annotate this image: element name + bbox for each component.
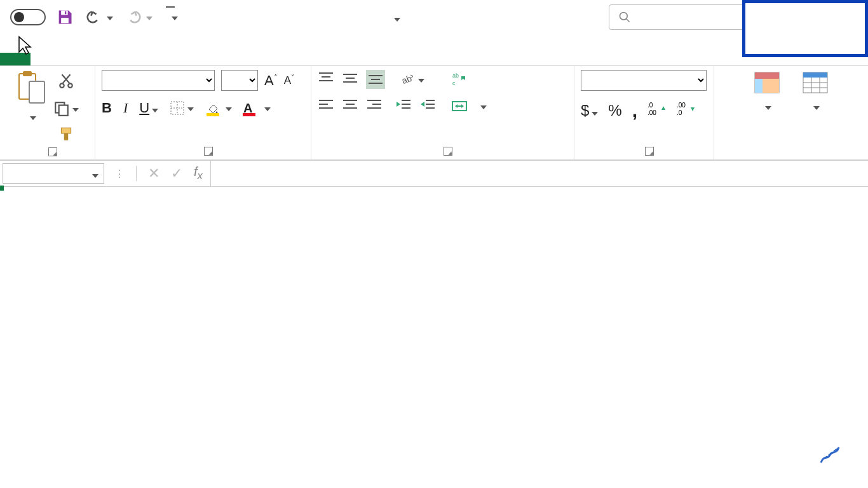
formula-input[interactable] bbox=[210, 161, 868, 186]
svg-text:.00: .00 bbox=[648, 109, 656, 116]
redo-button[interactable] bbox=[125, 8, 153, 26]
conditional-formatting-button[interactable] bbox=[752, 70, 782, 113]
dialog-launcher-icon[interactable] bbox=[645, 147, 654, 156]
align-center-icon[interactable] bbox=[342, 98, 358, 114]
ribbon-tabs bbox=[0, 34, 868, 66]
chevron-down-icon[interactable] bbox=[70, 103, 79, 114]
fill-color-button[interactable] bbox=[205, 100, 232, 116]
italic-button[interactable]: I bbox=[123, 100, 128, 116]
align-left-icon[interactable] bbox=[318, 98, 334, 114]
chevron-down-icon[interactable] bbox=[27, 111, 36, 123]
autosave-toggle[interactable] bbox=[10, 9, 46, 25]
svg-text:.0: .0 bbox=[648, 102, 653, 109]
enter-icon[interactable]: ✓ bbox=[171, 165, 182, 182]
font-name-select[interactable] bbox=[102, 70, 215, 91]
chevron-down-icon[interactable] bbox=[144, 11, 153, 23]
format-painter-icon[interactable] bbox=[58, 126, 74, 145]
autosave-control[interactable] bbox=[5, 9, 46, 25]
worksheet[interactable] bbox=[0, 187, 868, 488]
svg-line-4 bbox=[627, 19, 630, 22]
svg-text:.00: .00 bbox=[677, 102, 686, 109]
svg-text:.0: .0 bbox=[677, 109, 682, 116]
bold-button[interactable]: B bbox=[102, 100, 112, 116]
ribbon: A˄ A˅ B I U A ab abc bbox=[0, 66, 868, 160]
svg-text:ab: ab bbox=[452, 72, 459, 79]
name-box[interactable] bbox=[3, 163, 104, 184]
svg-point-9 bbox=[60, 83, 64, 88]
svg-marker-42 bbox=[397, 102, 400, 107]
format-as-table-button[interactable] bbox=[801, 70, 830, 113]
cancel-icon[interactable]: ✕ bbox=[148, 165, 159, 182]
align-bottom-icon[interactable] bbox=[366, 70, 385, 89]
align-middle-icon[interactable] bbox=[342, 71, 358, 88]
toggle-knob bbox=[14, 12, 24, 22]
svg-rect-1 bbox=[61, 18, 69, 23]
underline-button[interactable]: U bbox=[139, 100, 158, 116]
dialog-launcher-icon[interactable] bbox=[48, 147, 57, 156]
cell-selection bbox=[0, 187, 3, 189]
percent-button[interactable]: % bbox=[608, 102, 621, 119]
font-color-button[interactable]: A bbox=[243, 100, 270, 116]
svg-rect-12 bbox=[58, 105, 67, 116]
svg-text:c: c bbox=[452, 80, 456, 86]
paste-button[interactable] bbox=[17, 70, 47, 123]
borders-button[interactable] bbox=[170, 100, 194, 116]
group-number: $ % , .0.00 .00.0 bbox=[574, 66, 714, 159]
svg-rect-0 bbox=[61, 11, 68, 15]
increase-indent-icon[interactable] bbox=[419, 98, 436, 114]
orientation-button[interactable]: ab bbox=[399, 71, 424, 88]
copy-icon[interactable] bbox=[53, 100, 79, 117]
group-font: A˄ A˅ B I U A bbox=[95, 66, 311, 159]
fx-icon[interactable]: fx bbox=[194, 165, 203, 182]
tab-file[interactable] bbox=[0, 53, 31, 65]
font-size-select[interactable] bbox=[221, 70, 258, 91]
svg-rect-2 bbox=[65, 11, 66, 15]
svg-rect-62 bbox=[803, 72, 827, 78]
filename[interactable] bbox=[188, 10, 599, 25]
timer-overlay bbox=[742, 0, 868, 57]
search-icon bbox=[618, 11, 631, 24]
svg-marker-5 bbox=[19, 37, 31, 54]
qat-customize-icon[interactable] bbox=[169, 11, 178, 23]
svg-marker-46 bbox=[421, 102, 424, 107]
accounting-format-button[interactable]: $ bbox=[581, 102, 598, 119]
svg-text:ab: ab bbox=[400, 73, 413, 86]
svg-marker-53 bbox=[661, 106, 665, 110]
svg-point-3 bbox=[620, 13, 628, 20]
chevron-down-icon[interactable] bbox=[104, 11, 113, 23]
svg-marker-49 bbox=[455, 104, 458, 108]
svg-rect-14 bbox=[64, 133, 68, 140]
svg-rect-60 bbox=[763, 79, 779, 93]
decrease-indent-icon[interactable] bbox=[395, 98, 412, 114]
svg-rect-8 bbox=[29, 81, 44, 103]
undo-button[interactable] bbox=[85, 8, 113, 26]
group-styles bbox=[714, 66, 868, 159]
chevron-down-icon[interactable] bbox=[391, 10, 400, 25]
align-right-icon[interactable] bbox=[366, 98, 383, 114]
dialog-launcher-icon[interactable] bbox=[204, 147, 213, 156]
align-top-icon[interactable] bbox=[318, 71, 334, 88]
comma-button[interactable]: , bbox=[632, 100, 637, 121]
save-icon[interactable] bbox=[56, 8, 74, 26]
quick-access-toolbar bbox=[56, 8, 178, 26]
decrease-font-icon[interactable]: A˅ bbox=[284, 74, 294, 87]
subscribe-watermark bbox=[817, 444, 843, 469]
decrease-decimal-icon[interactable]: .00.0 bbox=[677, 101, 696, 120]
svg-rect-7 bbox=[23, 71, 32, 76]
svg-rect-59 bbox=[755, 79, 763, 93]
title-bar bbox=[0, 0, 868, 34]
chevron-down-icon[interactable] bbox=[90, 166, 98, 181]
cursor-icon bbox=[18, 36, 33, 55]
svg-rect-58 bbox=[755, 72, 779, 79]
dialog-launcher-icon[interactable] bbox=[444, 147, 452, 156]
increase-decimal-icon[interactable]: .0.00 bbox=[648, 101, 667, 120]
svg-rect-13 bbox=[61, 128, 71, 133]
svg-point-10 bbox=[68, 83, 72, 88]
merge-center-button[interactable] bbox=[451, 98, 487, 114]
number-format-select[interactable] bbox=[581, 70, 707, 91]
formula-bar: ⋮ ✕ ✓ fx bbox=[0, 160, 868, 187]
increase-font-icon[interactable]: A˄ bbox=[264, 72, 278, 89]
cut-icon[interactable] bbox=[58, 72, 74, 92]
group-clipboard bbox=[0, 66, 95, 159]
wrap-text-button[interactable]: abc bbox=[451, 71, 471, 88]
